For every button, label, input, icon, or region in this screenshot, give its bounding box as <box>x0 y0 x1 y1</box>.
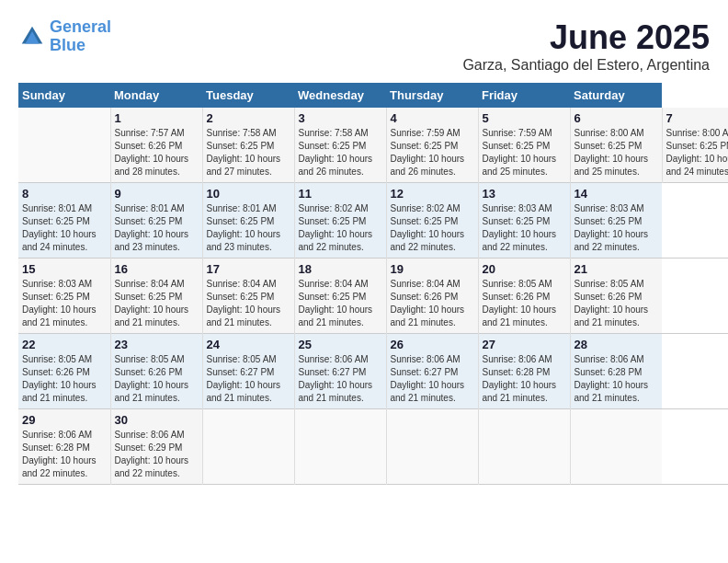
calendar-cell: 26Sunrise: 8:06 AMSunset: 6:27 PMDayligh… <box>386 334 478 409</box>
calendar-cell: 6Sunrise: 8:00 AMSunset: 6:25 PMDaylight… <box>570 108 662 183</box>
day-info: Sunrise: 8:05 AMSunset: 6:26 PMDaylight:… <box>22 353 107 405</box>
calendar-cell: 28Sunrise: 8:06 AMSunset: 6:28 PMDayligh… <box>570 334 662 409</box>
calendar-cell: 20Sunrise: 8:05 AMSunset: 6:26 PMDayligh… <box>478 259 570 334</box>
calendar-table: SundayMondayTuesdayWednesdayThursdayFrid… <box>18 83 728 485</box>
day-number: 15 <box>22 262 107 276</box>
day-info: Sunrise: 8:06 AMSunset: 6:28 PMDaylight:… <box>574 353 659 405</box>
calendar-cell <box>478 409 570 485</box>
calendar-cell: 21Sunrise: 8:05 AMSunset: 6:26 PMDayligh… <box>570 259 662 334</box>
day-info: Sunrise: 8:02 AMSunset: 6:25 PMDaylight:… <box>299 202 382 254</box>
day-number: 10 <box>207 187 290 201</box>
calendar-cell <box>294 409 386 485</box>
day-number: 11 <box>299 187 382 201</box>
day-info: Sunrise: 8:05 AMSunset: 6:26 PMDaylight:… <box>574 278 659 329</box>
day-number: 24 <box>207 338 290 351</box>
day-number: 12 <box>391 187 474 201</box>
day-info: Sunrise: 8:02 AMSunset: 6:25 PMDaylight:… <box>391 202 474 254</box>
day-number: 9 <box>115 187 199 201</box>
day-info: Sunrise: 8:06 AMSunset: 6:27 PMDaylight:… <box>391 353 474 405</box>
day-info: Sunrise: 8:00 AMSunset: 6:25 PMDaylight:… <box>666 127 729 178</box>
day-number: 21 <box>574 262 659 276</box>
calendar-week-row: 22Sunrise: 8:05 AMSunset: 6:26 PMDayligh… <box>18 334 728 409</box>
calendar-cell: 18Sunrise: 8:04 AMSunset: 6:25 PMDayligh… <box>294 259 386 334</box>
day-number: 19 <box>391 262 474 276</box>
calendar-week-row: 29Sunrise: 8:06 AMSunset: 6:28 PMDayligh… <box>18 409 728 485</box>
day-info: Sunrise: 8:03 AMSunset: 6:25 PMDaylight:… <box>483 202 566 254</box>
day-number: 2 <box>207 111 290 125</box>
calendar-cell <box>18 108 110 183</box>
day-info: Sunrise: 8:03 AMSunset: 6:25 PMDaylight:… <box>574 202 659 254</box>
calendar-cell: 1Sunrise: 7:57 AMSunset: 6:26 PMDaylight… <box>110 108 202 183</box>
calendar-cell: 11Sunrise: 8:02 AMSunset: 6:25 PMDayligh… <box>294 183 386 259</box>
calendar-cell: 24Sunrise: 8:05 AMSunset: 6:27 PMDayligh… <box>202 334 294 409</box>
day-info: Sunrise: 7:59 AMSunset: 6:25 PMDaylight:… <box>391 127 474 178</box>
calendar-cell <box>386 409 478 485</box>
header-sunday: Sunday <box>18 83 110 108</box>
logo-text: General Blue <box>50 18 111 55</box>
day-number: 7 <box>666 111 729 125</box>
calendar-cell: 29Sunrise: 8:06 AMSunset: 6:28 PMDayligh… <box>18 409 110 485</box>
calendar-cell: 14Sunrise: 8:03 AMSunset: 6:25 PMDayligh… <box>570 183 662 259</box>
logo-line1: General <box>50 17 111 36</box>
calendar-cell: 13Sunrise: 8:03 AMSunset: 6:25 PMDayligh… <box>478 183 570 259</box>
day-info: Sunrise: 8:00 AMSunset: 6:25 PMDaylight:… <box>574 127 658 178</box>
day-info: Sunrise: 7:58 AMSunset: 6:25 PMDaylight:… <box>299 127 382 178</box>
day-info: Sunrise: 8:06 AMSunset: 6:28 PMDaylight:… <box>22 429 107 480</box>
day-number: 8 <box>22 187 107 201</box>
day-info: Sunrise: 8:01 AMSunset: 6:25 PMDaylight:… <box>207 202 290 254</box>
calendar-cell: 4Sunrise: 7:59 AMSunset: 6:25 PMDaylight… <box>386 108 478 183</box>
day-number: 5 <box>483 111 566 125</box>
day-number: 13 <box>483 187 566 201</box>
day-number: 22 <box>22 338 107 351</box>
calendar-cell <box>570 409 662 485</box>
calendar-cell: 30Sunrise: 8:06 AMSunset: 6:29 PMDayligh… <box>110 409 202 485</box>
logo-icon <box>18 23 46 51</box>
day-number: 18 <box>299 262 382 276</box>
day-info: Sunrise: 7:57 AMSunset: 6:26 PMDaylight:… <box>115 127 199 178</box>
day-number: 25 <box>299 338 382 351</box>
day-number: 17 <box>207 262 290 276</box>
day-number: 30 <box>115 413 199 427</box>
day-number: 29 <box>22 413 107 427</box>
calendar-cell: 23Sunrise: 8:05 AMSunset: 6:26 PMDayligh… <box>110 334 202 409</box>
day-number: 4 <box>391 111 474 125</box>
day-number: 20 <box>483 262 566 276</box>
day-info: Sunrise: 8:05 AMSunset: 6:26 PMDaylight:… <box>115 353 199 405</box>
day-info: Sunrise: 8:04 AMSunset: 6:25 PMDaylight:… <box>115 278 199 329</box>
calendar-cell: 27Sunrise: 8:06 AMSunset: 6:28 PMDayligh… <box>478 334 570 409</box>
day-number: 23 <box>115 338 199 351</box>
calendar-week-row: 8Sunrise: 8:01 AMSunset: 6:25 PMDaylight… <box>18 183 728 259</box>
calendar-week-row: 15Sunrise: 8:03 AMSunset: 6:25 PMDayligh… <box>18 259 728 334</box>
title-area: June 2025 Garza, Santiago del Estero, Ar… <box>462 18 710 74</box>
calendar-cell: 2Sunrise: 7:58 AMSunset: 6:25 PMDaylight… <box>202 108 294 183</box>
calendar-cell: 7Sunrise: 8:00 AMSunset: 6:25 PMDaylight… <box>662 108 728 183</box>
day-info: Sunrise: 8:06 AMSunset: 6:29 PMDaylight:… <box>115 429 199 480</box>
day-info: Sunrise: 8:03 AMSunset: 6:25 PMDaylight:… <box>22 278 107 329</box>
day-number: 6 <box>574 111 658 125</box>
calendar-cell: 25Sunrise: 8:06 AMSunset: 6:27 PMDayligh… <box>294 334 386 409</box>
header-thursday: Thursday <box>386 83 478 108</box>
day-info: Sunrise: 8:06 AMSunset: 6:28 PMDaylight:… <box>483 353 566 405</box>
day-info: Sunrise: 8:01 AMSunset: 6:25 PMDaylight:… <box>22 202 107 254</box>
calendar-cell: 3Sunrise: 7:58 AMSunset: 6:25 PMDaylight… <box>294 108 386 183</box>
day-info: Sunrise: 8:04 AMSunset: 6:25 PMDaylight:… <box>207 278 290 329</box>
calendar-cell: 12Sunrise: 8:02 AMSunset: 6:25 PMDayligh… <box>386 183 478 259</box>
calendar-header-row: SundayMondayTuesdayWednesdayThursdayFrid… <box>18 83 728 108</box>
day-number: 14 <box>574 187 659 201</box>
day-number: 27 <box>483 338 566 351</box>
calendar-cell: 22Sunrise: 8:05 AMSunset: 6:26 PMDayligh… <box>18 334 110 409</box>
calendar-cell: 19Sunrise: 8:04 AMSunset: 6:26 PMDayligh… <box>386 259 478 334</box>
day-number: 26 <box>391 338 474 351</box>
logo-line2: Blue <box>50 36 85 54</box>
calendar-cell <box>202 409 294 485</box>
calendar-week-row: 1Sunrise: 7:57 AMSunset: 6:26 PMDaylight… <box>18 108 728 183</box>
logo: General Blue <box>18 18 111 55</box>
calendar-cell: 10Sunrise: 8:01 AMSunset: 6:25 PMDayligh… <box>202 183 294 259</box>
main-title: June 2025 <box>462 18 710 57</box>
day-number: 28 <box>574 338 659 351</box>
day-info: Sunrise: 8:04 AMSunset: 6:25 PMDaylight:… <box>299 278 382 329</box>
header-saturday: Saturday <box>570 83 662 108</box>
day-info: Sunrise: 8:01 AMSunset: 6:25 PMDaylight:… <box>115 202 199 254</box>
calendar-cell: 8Sunrise: 8:01 AMSunset: 6:25 PMDaylight… <box>18 183 110 259</box>
calendar-cell: 16Sunrise: 8:04 AMSunset: 6:25 PMDayligh… <box>110 259 202 334</box>
